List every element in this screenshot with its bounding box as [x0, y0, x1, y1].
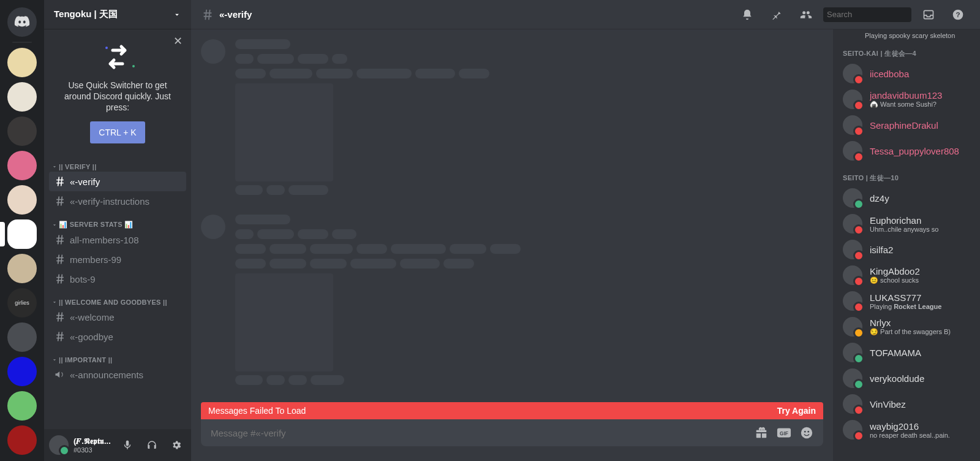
member-item[interactable]: dz4y — [838, 185, 975, 211]
search-input[interactable] — [827, 10, 930, 19]
member-item[interactable]: Tessa_puppylover808 — [838, 138, 975, 164]
member-group-header: SEITO-KAI | 生徒会—4 — [838, 39, 975, 61]
message-input[interactable] — [211, 428, 746, 438]
quick-switcher-button[interactable]: CTRL + K — [90, 121, 145, 143]
server-icon[interactable] — [7, 219, 37, 249]
svg-point-8 — [804, 431, 806, 433]
emoji-button[interactable] — [800, 426, 813, 440]
home-button[interactable] — [7, 7, 37, 37]
member-list: Playing spooky scary skeleton SEITO-KAI … — [833, 29, 980, 461]
channel-item[interactable]: all-members-108 — [49, 230, 186, 250]
error-text: Messages Failed To Load — [208, 406, 306, 416]
try-again-button[interactable]: Try Again — [777, 406, 816, 416]
server-icon[interactable] — [7, 357, 37, 386]
channel-item[interactable]: «-verify-instructions — [49, 191, 186, 211]
channel-category[interactable]: || VERIFY || — [49, 153, 186, 172]
member-item[interactable]: Nrlyx😏 Part of the swaggers B) — [838, 314, 975, 340]
channel-item[interactable]: «-verify — [49, 172, 186, 191]
main-area: «-verify ? Messages Failed To Load Try A… — [191, 0, 980, 461]
channel-category[interactable]: || IMPORTANT || — [49, 346, 186, 365]
member-group-header: SEITO | 生徒—10 — [838, 164, 975, 185]
channel-sidebar: Tengoku | 天国 ✕ Use Quick Switcher to get… — [44, 0, 191, 461]
member-item[interactable]: TOFAMAMA — [838, 340, 975, 365]
server-icon[interactable] — [7, 151, 37, 180]
member-item[interactable]: KingAbdoo2😐 school sucks — [838, 262, 975, 288]
chevron-down-icon — [173, 10, 181, 19]
channel-category[interactable]: || WELCOME AND GOODBYES || — [49, 289, 186, 307]
server-icon[interactable] — [7, 48, 37, 77]
svg-point-9 — [807, 431, 809, 433]
member-item[interactable]: waybig2016no reaper death seal..pain. — [838, 417, 975, 443]
server-icon[interactable]: girlies — [7, 288, 37, 318]
server-icon[interactable] — [7, 254, 37, 283]
user-settings-button[interactable] — [167, 435, 186, 455]
svg-point-0 — [105, 47, 108, 49]
channel-title: «-verify — [219, 9, 252, 20]
self-username: (𝑭.𝕹𝖊𝖕𝖙𝖚... — [74, 436, 113, 446]
swap-icon — [96, 42, 140, 74]
quick-switcher-tip: ✕ Use Quick Switcher to get around Disco… — [44, 29, 191, 153]
member-list-button[interactable] — [799, 7, 813, 22]
member-item[interactable]: isilfa2 — [838, 237, 975, 262]
self-avatar[interactable] — [49, 435, 69, 455]
message-skeleton — [201, 39, 823, 200]
svg-point-7 — [801, 427, 812, 438]
channel-category[interactable]: 📊 SERVER STATS 📊 — [49, 211, 186, 230]
server-icon[interactable] — [7, 185, 37, 215]
inbox-button[interactable] — [921, 7, 936, 22]
member-item[interactable]: SeraphineDrakul — [838, 112, 975, 138]
server-icon[interactable] — [7, 425, 37, 455]
help-button[interactable]: ? — [951, 7, 965, 22]
member-item[interactable]: verykooldude — [838, 365, 975, 391]
member-activity: Playing spooky scary skeleton — [865, 32, 975, 39]
self-info[interactable]: (𝑭.𝕹𝖊𝖕𝖙𝖚... #0303 — [74, 436, 113, 454]
channel-item[interactable]: members-99 — [49, 250, 186, 269]
error-banner: Messages Failed To Load Try Again — [201, 402, 823, 419]
mute-mic-button[interactable] — [118, 435, 137, 455]
server-name: Tengoku | 天国 — [54, 9, 118, 20]
tip-text: Use Quick Switcher to get around Discord… — [54, 80, 181, 113]
server-icon[interactable] — [7, 82, 37, 112]
message-scroll — [191, 29, 833, 402]
server-icon[interactable] — [7, 322, 37, 352]
user-bar: (𝑭.𝕹𝖊𝖕𝖙𝖚... #0303 — [44, 429, 191, 461]
svg-text:?: ? — [956, 10, 960, 18]
channel-list: || VERIFY ||«-verify«-verify-instruction… — [44, 153, 191, 429]
pinned-button[interactable] — [769, 7, 784, 22]
channel-item[interactable]: «-goodbye — [49, 327, 186, 346]
channel-item[interactable]: bots-9 — [49, 269, 186, 289]
gift-button[interactable] — [755, 426, 768, 440]
hash-icon — [201, 8, 214, 21]
svg-text:GIF: GIF — [780, 430, 788, 436]
server-icon[interactable] — [7, 116, 37, 146]
member-item[interactable]: iicedboba — [838, 61, 975, 86]
channel-item[interactable]: «-welcome — [49, 307, 186, 327]
message-compose[interactable]: GIF — [201, 419, 823, 446]
member-item[interactable]: EuphorichanUhm..chile anyways so — [838, 211, 975, 237]
deafen-button[interactable] — [142, 435, 162, 455]
channel-header: «-verify ? — [191, 0, 980, 29]
self-tag: #0303 — [74, 446, 113, 454]
member-item[interactable]: LUKASS777Playing Rocket League — [838, 288, 975, 314]
notifications-button[interactable] — [740, 7, 755, 22]
close-icon[interactable]: ✕ — [173, 36, 183, 47]
member-item[interactable]: VinVibez — [838, 391, 975, 417]
search-box[interactable] — [823, 7, 911, 22]
message-skeleton — [201, 215, 823, 390]
channel-item[interactable]: «-announcements — [49, 365, 186, 384]
server-icon[interactable] — [7, 391, 37, 421]
server-header[interactable]: Tengoku | 天国 — [44, 0, 191, 29]
member-item[interactable]: jandavidbuum123🍙 Want some Sushi? — [838, 86, 975, 112]
server-rail: girlies — [0, 0, 44, 461]
svg-point-1 — [132, 65, 135, 67]
gif-button[interactable]: GIF — [777, 426, 791, 440]
messages-pane: Messages Failed To Load Try Again GIF — [191, 29, 833, 461]
